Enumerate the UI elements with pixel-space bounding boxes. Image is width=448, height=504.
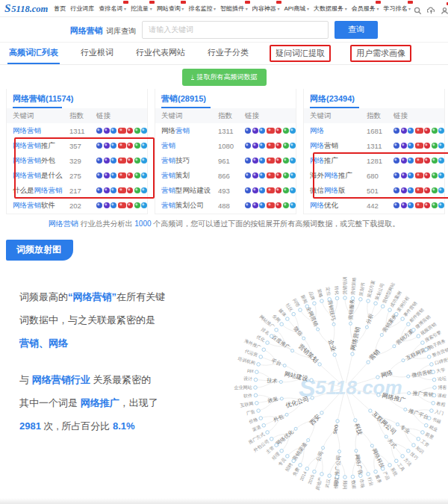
platform-link-icon-3[interactable] (111, 187, 116, 193)
keyword-link[interactable]: 网络推广 (304, 156, 367, 166)
nav-item[interactable]: API商城 ▾ (284, 4, 309, 13)
platform-link-icon-5[interactable] (424, 128, 430, 134)
platform-link-icon-7[interactable] (438, 158, 444, 164)
platform-link-icon-4[interactable] (118, 158, 126, 164)
platform-link-icon-2[interactable] (252, 128, 258, 134)
keyword-link[interactable]: 网络营销 (304, 141, 367, 151)
platform-link-icon-7[interactable] (438, 143, 444, 149)
platform-link-icon-4[interactable] (415, 202, 423, 208)
keyword-link[interactable]: 营销 (155, 141, 218, 151)
platform-link-icon-5[interactable] (276, 128, 281, 134)
nav-item[interactable]: 学习排名 ▾ (383, 4, 411, 13)
platform-link-icon-2[interactable] (401, 172, 407, 178)
platform-link-icon-7[interactable] (290, 187, 296, 193)
platform-link-icon-1[interactable] (96, 143, 102, 149)
platform-link-icon-1[interactable] (96, 187, 102, 193)
nav-item[interactable]: 行业词库 (70, 4, 94, 13)
platform-link-icon-1[interactable] (393, 143, 399, 149)
platform-link-icon-3[interactable] (259, 158, 265, 164)
platform-link-icon-4[interactable] (267, 143, 275, 149)
platform-link-icon-7[interactable] (438, 187, 444, 193)
platform-link-icon-7[interactable] (141, 202, 147, 208)
keyword-link[interactable]: 网络营销是什么 (7, 171, 69, 181)
platform-link-icon-6[interactable] (134, 172, 140, 178)
platform-link-icon-5[interactable] (424, 202, 430, 208)
platform-link-icon-6[interactable] (283, 128, 289, 134)
platform-link-icon-7[interactable] (141, 128, 147, 134)
platform-link-icon-4[interactable] (267, 128, 275, 134)
platform-link-icon-1[interactable] (245, 187, 251, 193)
platform-link-icon-5[interactable] (127, 128, 133, 134)
platform-link-icon-4[interactable] (267, 187, 275, 193)
platform-link-icon-1[interactable] (96, 172, 102, 178)
platform-link-icon-6[interactable] (283, 143, 289, 149)
platform-link-icon-5[interactable] (127, 187, 133, 193)
nav-item[interactable]: 会员服务 ▾ (352, 4, 379, 13)
platform-link-icon-7[interactable] (141, 172, 147, 178)
platform-link-icon-5[interactable] (276, 172, 281, 178)
platform-link-icon-7[interactable] (438, 172, 444, 178)
platform-link-icon-1[interactable] (245, 172, 251, 178)
platform-link-icon-3[interactable] (111, 128, 116, 134)
platform-link-icon-3[interactable] (408, 172, 414, 178)
platform-link-icon-2[interactable] (104, 187, 110, 193)
platform-link-icon-4[interactable] (267, 202, 275, 208)
platform-link-icon-4[interactable] (118, 128, 126, 134)
platform-link-icon-6[interactable] (432, 143, 438, 149)
platform-link-icon-4[interactable] (118, 143, 126, 149)
platform-link-icon-4[interactable] (415, 172, 423, 178)
platform-link-icon-6[interactable] (432, 128, 438, 134)
panel-title[interactable]: 网络营销(11574) (7, 89, 147, 108)
panel-title[interactable]: 网络(23494) (304, 89, 444, 108)
platform-link-icon-3[interactable] (259, 187, 265, 193)
platform-link-icon-1[interactable] (393, 172, 399, 178)
keyword-link[interactable]: 网络营销软件 (7, 201, 69, 211)
platform-link-icon-4[interactable] (118, 187, 126, 193)
keyword-link[interactable]: 营销策划公司 (155, 201, 218, 211)
platform-link-icon-6[interactable] (432, 158, 438, 164)
tab-item[interactable]: 行业代表网站 (134, 43, 187, 64)
platform-link-icon-5[interactable] (424, 187, 430, 193)
platform-link-icon-4[interactable] (267, 172, 275, 178)
platform-link-icon-7[interactable] (290, 158, 296, 164)
platform-link-icon-3[interactable] (408, 143, 414, 149)
tab-item[interactable]: 用户需求画像 (350, 45, 411, 62)
platform-link-icon-2[interactable] (104, 172, 110, 178)
nav-item[interactable]: 排名监控 ▾ (188, 4, 216, 13)
tab-active[interactable]: 高频词汇列表 (7, 43, 60, 64)
keyword-link[interactable]: 营销技巧 (155, 156, 218, 166)
platform-link-icon-2[interactable] (252, 158, 258, 164)
cloud-upload-icon[interactable] (427, 4, 435, 13)
keyword-link[interactable]: 营销型网站建设 (155, 186, 218, 196)
platform-link-icon-2[interactable] (252, 143, 258, 149)
platform-link-icon-1[interactable] (393, 187, 399, 193)
platform-link-icon-5[interactable] (276, 158, 281, 164)
platform-link-icon-4[interactable] (118, 202, 126, 208)
platform-link-icon-4[interactable] (415, 158, 423, 164)
query-button[interactable]: 查询 (335, 21, 378, 39)
platform-link-icon-5[interactable] (424, 158, 430, 164)
platform-link-icon-6[interactable] (134, 143, 140, 149)
platform-link-icon-6[interactable] (134, 128, 140, 134)
platform-link-icon-6[interactable] (432, 187, 438, 193)
nav-item[interactable]: 挖流量 ▾ (131, 4, 152, 13)
platform-link-icon-4[interactable] (415, 187, 423, 193)
platform-link-icon-5[interactable] (127, 172, 133, 178)
platform-link-icon-3[interactable] (259, 172, 265, 178)
platform-link-icon-7[interactable] (290, 202, 296, 208)
platform-link-icon-2[interactable] (401, 187, 407, 193)
platform-link-icon-4[interactable] (415, 143, 423, 149)
keyword-link[interactable]: 网络营销 (155, 126, 218, 136)
platform-link-icon-5[interactable] (424, 143, 430, 149)
platform-link-icon-6[interactable] (134, 158, 140, 164)
platform-link-icon-2[interactable] (104, 202, 110, 208)
nav-item[interactable]: 网站查询 ▾ (157, 4, 184, 13)
platform-link-icon-2[interactable] (401, 143, 407, 149)
platform-link-icon-5[interactable] (127, 202, 133, 208)
logo[interactable]: S 5118.com (4, 2, 48, 15)
platform-link-icon-3[interactable] (259, 202, 265, 208)
tab-item[interactable]: 疑问词汇提取 (270, 45, 331, 62)
platform-link-icon-2[interactable] (104, 128, 110, 134)
keyword-link[interactable]: 营销策划 (155, 171, 218, 181)
nav-item[interactable]: 智能插件 ▾ (220, 4, 248, 13)
